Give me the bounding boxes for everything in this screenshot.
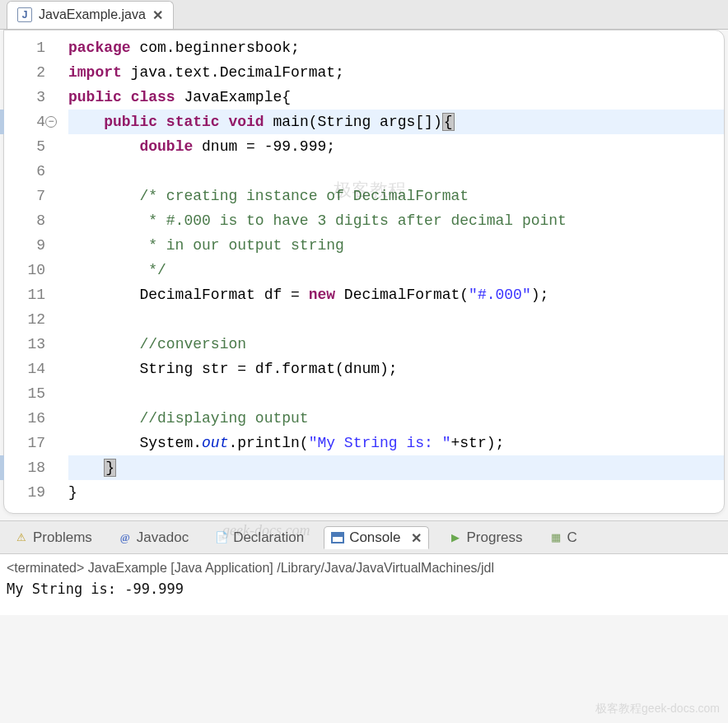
tab-console[interactable]: Console ✕ xyxy=(324,526,428,549)
declaration-icon: 📄 xyxy=(215,531,228,544)
line-number: 11 xyxy=(4,282,45,307)
line-number: 1 xyxy=(4,35,45,60)
code-line[interactable]: } xyxy=(68,480,724,505)
code-line[interactable]: } xyxy=(68,455,724,480)
code-line[interactable] xyxy=(68,381,724,406)
editor-area: 1234−5678910111213141516171819 package c… xyxy=(3,30,725,514)
tab-label: Problems xyxy=(33,529,92,546)
tab-label: C xyxy=(567,529,577,546)
console-output[interactable]: <terminated> JavaExample [Java Applicati… xyxy=(0,554,728,615)
line-number: 19 xyxy=(4,480,45,505)
line-number-gutter: 1234−5678910111213141516171819 xyxy=(4,35,52,505)
code-line[interactable]: import java.text.DecimalFormat; xyxy=(68,60,724,85)
java-file-icon: J xyxy=(17,7,32,22)
problems-icon: ⚠ xyxy=(15,531,28,544)
code-line[interactable]: String str = df.format(dnum); xyxy=(68,357,724,381)
tab-progress[interactable]: ▶ Progress xyxy=(442,527,530,548)
fold-toggle-icon[interactable]: − xyxy=(45,116,57,128)
code-line[interactable]: //displaying output xyxy=(68,406,724,431)
editor-tab[interactable]: J JavaExample.java ✕ xyxy=(7,1,174,29)
tab-coverage[interactable]: ▦ C xyxy=(543,527,584,548)
bottom-tab-bar: ⚠ Problems @ Javadoc 📄 Declaration Conso… xyxy=(0,520,728,554)
code-content[interactable]: package com.beginnersbook;import java.te… xyxy=(52,35,724,505)
code-line[interactable]: package com.beginnersbook; xyxy=(68,35,724,60)
code-line[interactable]: DecimalFormat df = new DecimalFormat("#.… xyxy=(68,282,724,307)
code-editor[interactable]: 1234−5678910111213141516171819 package c… xyxy=(4,30,724,513)
bottom-panel: ⚠ Problems @ Javadoc 📄 Declaration Conso… xyxy=(0,520,728,615)
code-line[interactable]: public static void main(String args[]){ xyxy=(68,110,724,134)
line-number: 2 xyxy=(4,60,45,85)
line-number: 10 xyxy=(4,258,45,282)
line-number: 9 xyxy=(4,233,45,258)
coverage-icon: ▦ xyxy=(549,531,562,544)
line-number: 14 xyxy=(4,357,45,381)
tab-label: Declaration xyxy=(233,529,304,546)
tab-declaration[interactable]: 📄 Declaration xyxy=(208,527,310,548)
close-icon[interactable]: ✕ xyxy=(152,7,163,23)
code-line[interactable]: * in our output string xyxy=(68,233,724,258)
code-line[interactable] xyxy=(68,307,724,332)
code-line[interactable]: public class JavaExample{ xyxy=(68,85,724,110)
console-icon xyxy=(331,531,344,544)
tab-label: Javadoc xyxy=(137,529,189,546)
console-line: My String is: -99.999 xyxy=(7,579,721,599)
line-number: 15 xyxy=(4,381,45,406)
tab-javadoc[interactable]: @ Javadoc xyxy=(112,527,195,548)
line-number: 13 xyxy=(4,332,45,357)
code-line[interactable]: double dnum = -99.999; xyxy=(68,134,724,159)
line-number: 16 xyxy=(4,406,45,431)
line-number: 8 xyxy=(4,208,45,233)
tab-label: Progress xyxy=(467,529,523,546)
tab-problems[interactable]: ⚠ Problems xyxy=(8,527,99,548)
code-line[interactable] xyxy=(68,159,724,184)
line-number: 17 xyxy=(4,431,45,455)
line-number: 5 xyxy=(4,134,45,159)
code-line[interactable]: */ xyxy=(68,258,724,282)
line-number: 3 xyxy=(4,85,45,110)
code-line[interactable]: System.out.println("My String is: "+str)… xyxy=(68,431,724,455)
javadoc-icon: @ xyxy=(119,531,132,544)
line-number: 4− xyxy=(4,110,45,134)
close-icon[interactable]: ✕ xyxy=(411,530,422,546)
progress-icon: ▶ xyxy=(449,531,462,544)
watermark-text: 极客教程geek-docs.com xyxy=(595,702,720,716)
tab-label: Console xyxy=(349,529,400,546)
editor-tab-label: JavaExample.java xyxy=(39,7,146,22)
code-line[interactable]: /* creating instance of DecimalFormat xyxy=(68,184,724,208)
line-number: 18 xyxy=(4,455,45,480)
code-line[interactable]: //conversion xyxy=(68,332,724,357)
line-number: 7 xyxy=(4,184,45,208)
line-number: 12 xyxy=(4,307,45,332)
console-status: <terminated> JavaExample [Java Applicati… xyxy=(7,557,721,579)
code-line[interactable]: * #.000 is to have 3 digits after decima… xyxy=(68,208,724,233)
line-number: 6 xyxy=(4,159,45,184)
editor-tab-bar: J JavaExample.java ✕ xyxy=(0,0,728,30)
